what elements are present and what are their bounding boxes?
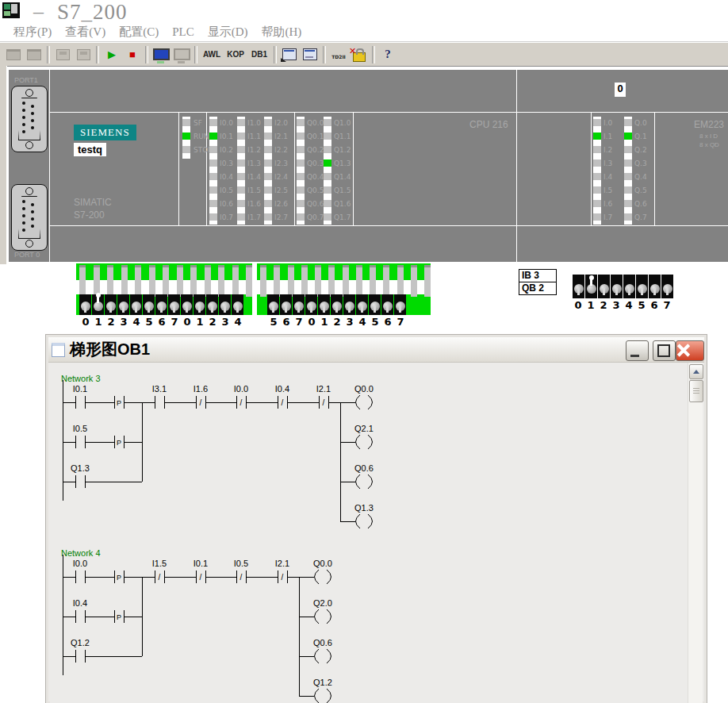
input-switch-3[interactable] xyxy=(305,294,317,315)
toolbar-separator xyxy=(372,46,375,63)
input-switch-5[interactable] xyxy=(636,275,648,298)
switch-bank[interactable] xyxy=(267,294,406,315)
led-I1.5 xyxy=(237,186,245,194)
io-address-box: IB 3 QB 2 xyxy=(519,269,557,295)
switch-lever xyxy=(84,305,86,313)
switch-knob xyxy=(96,293,101,298)
input-switch-7[interactable] xyxy=(661,275,673,298)
menu-item-0[interactable]: 程序(P) xyxy=(13,25,52,40)
led-label-I2.3: I2.3 xyxy=(274,159,288,167)
mdi-window-icon[interactable] xyxy=(52,343,65,357)
help-button[interactable]: ? xyxy=(377,45,398,64)
terminal-pin xyxy=(205,265,211,297)
input-switch-12[interactable] xyxy=(232,294,243,315)
switch-number: 5 xyxy=(369,316,381,328)
led-label-RUN: RUN xyxy=(193,133,209,140)
switch-lever xyxy=(272,305,274,313)
monitor-off-button[interactable] xyxy=(171,45,192,64)
svg-text:I3.1: I3.1 xyxy=(152,384,167,394)
menu-item-5[interactable]: 帮助(H) xyxy=(262,25,302,40)
input-switch-6[interactable] xyxy=(343,294,355,315)
open-button[interactable] xyxy=(3,45,24,64)
led-Q.1 xyxy=(624,133,632,140)
port1-label: PORT1 xyxy=(14,76,38,84)
input-switch-4[interactable] xyxy=(623,275,635,298)
input-switch-8[interactable] xyxy=(369,294,381,315)
switch-lever xyxy=(109,305,112,313)
menu-item-4[interactable]: 显示(D) xyxy=(208,25,248,40)
input-switch-8[interactable] xyxy=(181,294,193,315)
kop-button[interactable]: KOP xyxy=(224,45,247,64)
input-switch-0[interactable] xyxy=(573,275,584,298)
password-button[interactable]: ✕ xyxy=(349,45,370,64)
terminal-pin xyxy=(397,265,404,297)
switch-bank[interactable] xyxy=(573,275,673,298)
led-I.2 xyxy=(593,146,601,153)
scroll-up-button[interactable] xyxy=(689,364,703,379)
input-switch-2[interactable] xyxy=(293,294,305,315)
input-switch-10[interactable] xyxy=(206,294,218,315)
switch-number: 1 xyxy=(193,316,206,328)
input-switch-2[interactable] xyxy=(105,294,117,315)
toolbar-separator xyxy=(274,46,277,63)
save-button[interactable] xyxy=(24,45,44,64)
input-switch-6[interactable] xyxy=(649,275,661,298)
connector-screw xyxy=(25,141,33,149)
vertical-scrollbar[interactable] xyxy=(688,363,703,703)
chart-window-button[interactable] xyxy=(300,45,320,64)
run-button[interactable]: ▶ xyxy=(102,45,122,64)
input-switch-1[interactable] xyxy=(585,275,597,298)
flowchart-icon xyxy=(282,48,297,60)
input-switch-4[interactable] xyxy=(130,294,142,315)
switch-bank[interactable] xyxy=(79,294,243,315)
led-label-I0.1: I0.1 xyxy=(220,133,233,140)
input-switch-7[interactable] xyxy=(356,294,368,315)
svg-text:Q1.3: Q1.3 xyxy=(354,503,374,513)
monitor-on-button[interactable] xyxy=(151,45,171,64)
led-I2.0 xyxy=(264,119,272,126)
switch-lever xyxy=(135,305,137,313)
ladder-window-titlebar[interactable]: 梯形图OB1 xyxy=(48,337,704,363)
db1-button[interactable]: DB1 xyxy=(247,45,271,64)
monitor-gray-icon xyxy=(174,48,190,60)
led-label-I2.4: I2.4 xyxy=(274,173,288,181)
awl-button[interactable]: AWL xyxy=(200,45,224,64)
stop-button[interactable]: ■ xyxy=(122,45,143,64)
switch-number: 2 xyxy=(331,316,343,328)
panel-line xyxy=(654,112,655,225)
input-switch-5[interactable] xyxy=(143,294,155,315)
input-switch-3[interactable] xyxy=(611,275,623,298)
menu-item-1[interactable]: 查看(V) xyxy=(65,25,105,40)
connector-pin xyxy=(22,109,25,112)
input-switch-9[interactable] xyxy=(193,294,205,315)
input-switch-0[interactable] xyxy=(79,294,91,315)
input-switch-3[interactable] xyxy=(117,294,129,315)
input-switch-2[interactable] xyxy=(598,275,610,298)
scrollbar-thumb[interactable] xyxy=(689,380,703,402)
maximize-button[interactable] xyxy=(653,340,676,361)
program-block-button[interactable] xyxy=(52,45,73,64)
flowchart-button[interactable] xyxy=(279,45,300,64)
svg-text:/: / xyxy=(282,573,284,582)
data-block-button[interactable] xyxy=(73,45,94,64)
menu-item-2[interactable]: 配置(C) xyxy=(119,25,159,40)
save-icon xyxy=(27,49,41,60)
input-switch-7[interactable] xyxy=(168,294,180,315)
qb-label: QB 2 xyxy=(519,282,556,294)
switch-number: 4 xyxy=(623,299,635,311)
input-switch-1[interactable] xyxy=(92,294,104,315)
input-switch-9[interactable] xyxy=(381,294,393,315)
close-button[interactable] xyxy=(676,340,704,361)
input-switch-11[interactable] xyxy=(219,294,231,315)
led-label-I.4: I.4 xyxy=(603,173,612,181)
input-switch-1[interactable] xyxy=(280,294,292,315)
input-switch-6[interactable] xyxy=(155,294,167,315)
input-switch-4[interactable] xyxy=(318,294,330,315)
input-switch-0[interactable] xyxy=(267,294,279,315)
minimize-button[interactable] xyxy=(626,340,649,361)
led-label-I0.3: I0.3 xyxy=(220,159,233,167)
menu-item-3[interactable]: PLC xyxy=(172,25,194,39)
input-switch-5[interactable] xyxy=(331,294,343,315)
input-switch-10[interactable] xyxy=(394,294,406,315)
td200-button[interactable]: TD2II xyxy=(328,45,349,64)
